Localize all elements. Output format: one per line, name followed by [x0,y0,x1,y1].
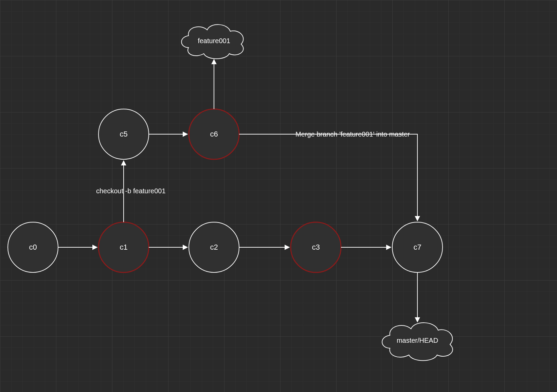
commit-node-c6 [189,109,239,159]
grid-background [0,0,557,392]
diagram-canvas: c0 c1 c2 c3 c7 c5 c6 feature001 master/H… [0,0,557,392]
commit-node-c2 [189,222,239,272]
commit-node-c5 [98,109,149,159]
commit-node-c7 [392,222,443,272]
grid-and-shapes [0,0,557,392]
commit-node-c3 [291,222,341,272]
commit-node-c1 [98,222,149,272]
commit-node-c0 [8,222,58,272]
